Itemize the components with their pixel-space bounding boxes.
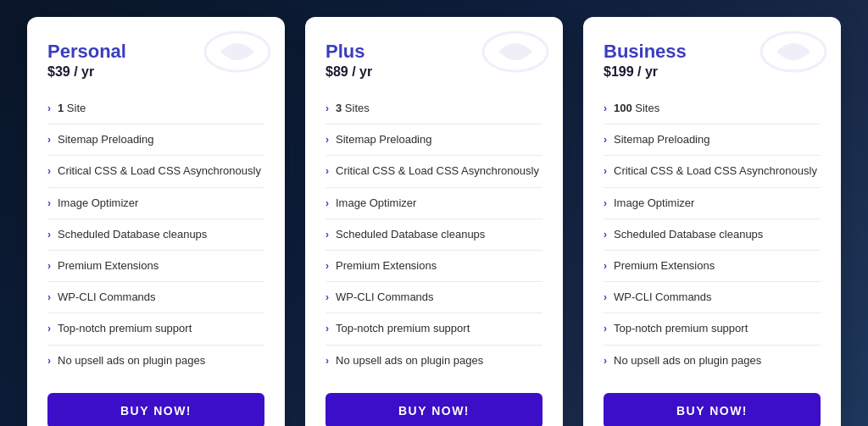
feature-text: Critical CSS & Load CSS Asynchronously: [58, 163, 264, 179]
chevron-right-icon: ›: [326, 322, 329, 336]
feature-text: Sitemap Preloading: [336, 132, 542, 147]
chevron-right-icon: ›: [326, 102, 329, 116]
chevron-right-icon: ›: [604, 322, 607, 336]
list-item: ›Top-notch premium support: [604, 313, 821, 345]
feature-text: WP-CLI Commands: [58, 290, 264, 305]
list-item: ›100 Sites: [604, 93, 821, 124]
feature-text: Top-notch premium support: [58, 321, 264, 336]
list-item: ›Premium Extensions: [47, 251, 264, 282]
feature-text: No upsell ads on plugin pages: [336, 353, 542, 368]
watermark-icon: [203, 30, 271, 73]
feature-list-plus: ›3 Sites›Sitemap Preloading›Critical CSS…: [326, 93, 542, 376]
feature-text: 1 Site: [58, 101, 264, 116]
feature-text: No upsell ads on plugin pages: [58, 353, 264, 368]
watermark-icon: [760, 30, 827, 73]
feature-text: WP-CLI Commands: [614, 290, 821, 305]
chevron-right-icon: ›: [604, 133, 607, 147]
list-item: ›Critical CSS & Load CSS Asynchronously: [326, 156, 542, 187]
chevron-right-icon: ›: [604, 290, 607, 305]
chevron-right-icon: ›: [326, 164, 329, 179]
chevron-right-icon: ›: [47, 164, 51, 179]
list-item: ›3 Sites: [326, 93, 542, 124]
list-item: ›Scheduled Database cleanups: [326, 219, 542, 251]
chevron-right-icon: ›: [604, 196, 607, 211]
feature-text: Scheduled Database cleanups: [336, 227, 542, 242]
feature-text: Top-notch premium support: [614, 321, 821, 336]
chevron-right-icon: ›: [326, 196, 329, 211]
feature-text: Sitemap Preloading: [614, 132, 821, 147]
chevron-right-icon: ›: [47, 228, 51, 242]
feature-text: Critical CSS & Load CSS Asynchronously: [614, 163, 821, 179]
pricing-card-personal: Personal$39 / yr›1 Site›Sitemap Preloadi…: [27, 17, 285, 426]
chevron-right-icon: ›: [604, 354, 607, 368]
list-item: ›Premium Extensions: [604, 251, 821, 282]
feature-list-business: ›100 Sites›Sitemap Preloading›Critical C…: [604, 93, 821, 376]
list-item: ›Critical CSS & Load CSS Asynchronously: [47, 156, 264, 187]
chevron-right-icon: ›: [604, 228, 607, 242]
feature-text: Image Optimizer: [336, 196, 542, 211]
list-item: ›Premium Extensions: [326, 251, 542, 282]
feature-text: Sitemap Preloading: [58, 132, 264, 147]
list-item: ›WP-CLI Commands: [326, 282, 542, 313]
feature-text: Image Optimizer: [614, 196, 821, 211]
list-item: ›Scheduled Database cleanups: [47, 219, 264, 251]
pricing-card-plus: Plus$89 / yr›3 Sites›Sitemap Preloading›…: [305, 17, 563, 426]
feature-text: Top-notch premium support: [336, 321, 542, 336]
chevron-right-icon: ›: [47, 133, 51, 147]
pricing-container: Personal$39 / yr›1 Site›Sitemap Preloadi…: [27, 17, 841, 426]
feature-list-personal: ›1 Site›Sitemap Preloading›Critical CSS …: [47, 93, 264, 376]
feature-text: Premium Extensions: [58, 258, 264, 274]
chevron-right-icon: ›: [604, 164, 607, 179]
list-item: ›Top-notch premium support: [326, 313, 542, 345]
list-item: ›WP-CLI Commands: [604, 282, 821, 313]
chevron-right-icon: ›: [326, 259, 329, 274]
chevron-right-icon: ›: [47, 354, 51, 368]
feature-text: Critical CSS & Load CSS Asynchronously: [336, 163, 542, 179]
chevron-right-icon: ›: [604, 102, 607, 116]
pricing-card-business: Business$199 / yr›100 Sites›Sitemap Prel…: [583, 17, 841, 426]
buy-button-plus[interactable]: BUY NOW!: [326, 393, 542, 426]
list-item: ›Image Optimizer: [47, 188, 264, 219]
list-item: ›Image Optimizer: [604, 188, 821, 219]
list-item: ›No upsell ads on plugin pages: [604, 346, 821, 376]
chevron-right-icon: ›: [326, 290, 329, 305]
buy-button-personal[interactable]: BUY NOW!: [47, 393, 264, 426]
list-item: ›No upsell ads on plugin pages: [47, 346, 264, 376]
feature-text: Scheduled Database cleanups: [58, 227, 264, 242]
feature-text: Premium Extensions: [614, 258, 821, 274]
list-item: ›Sitemap Preloading: [326, 124, 542, 156]
list-item: ›Top-notch premium support: [47, 313, 264, 345]
feature-text: Premium Extensions: [336, 258, 542, 274]
list-item: ›WP-CLI Commands: [47, 282, 264, 313]
feature-text: WP-CLI Commands: [336, 290, 542, 305]
feature-text: 100 Sites: [614, 101, 821, 116]
feature-text: Image Optimizer: [58, 196, 264, 211]
buy-button-business[interactable]: BUY NOW!: [604, 393, 821, 426]
chevron-right-icon: ›: [326, 354, 329, 368]
chevron-right-icon: ›: [47, 322, 51, 336]
feature-text: No upsell ads on plugin pages: [614, 353, 821, 368]
feature-text: Scheduled Database cleanups: [614, 227, 821, 242]
watermark-icon: [481, 30, 549, 73]
chevron-right-icon: ›: [47, 196, 51, 211]
chevron-right-icon: ›: [604, 259, 607, 274]
list-item: ›Critical CSS & Load CSS Asynchronously: [604, 156, 821, 187]
chevron-right-icon: ›: [47, 102, 51, 116]
list-item: ›Image Optimizer: [326, 188, 542, 219]
list-item: ›No upsell ads on plugin pages: [326, 346, 542, 376]
chevron-right-icon: ›: [47, 259, 51, 274]
list-item: ›1 Site: [47, 93, 264, 124]
list-item: ›Scheduled Database cleanups: [604, 219, 821, 251]
list-item: ›Sitemap Preloading: [604, 124, 821, 156]
chevron-right-icon: ›: [326, 228, 329, 242]
chevron-right-icon: ›: [326, 133, 329, 147]
feature-text: 3 Sites: [336, 101, 542, 116]
list-item: ›Sitemap Preloading: [47, 124, 264, 156]
chevron-right-icon: ›: [47, 290, 51, 305]
